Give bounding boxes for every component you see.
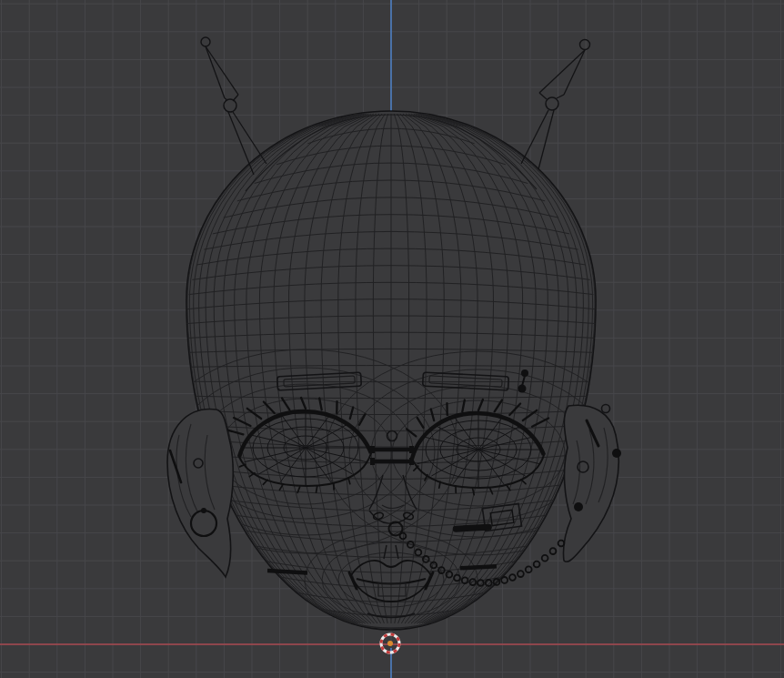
object-origin-dot xyxy=(387,641,393,646)
blender-3d-viewport[interactable] xyxy=(0,0,784,678)
viewport-canvas[interactable] xyxy=(0,0,784,678)
